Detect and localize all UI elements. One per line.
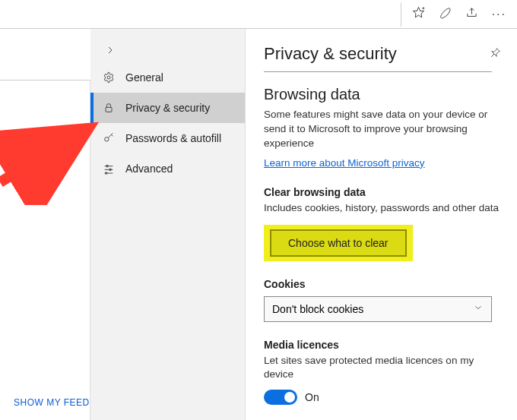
svg-rect-5 [106,107,112,112]
sidebar-item-passwords-autofill[interactable]: Passwords & autofill [90,123,245,153]
sliders-icon [103,163,115,175]
left-column: SHOW MY FEED [0,29,90,420]
content-shell: SHOW MY FEED General Privacy & security [0,29,517,420]
settings-main-panel: Privacy & security Browsing data Some fe… [246,29,517,420]
media-licences-toggle-state: On [305,391,319,403]
more-icon[interactable]: ··· [492,8,506,21]
pen-icon[interactable] [439,6,452,22]
settings-sidebar: General Privacy & security Passwords & a… [90,29,246,420]
lock-icon [103,102,115,114]
sidebar-item-label: Privacy & security [125,102,210,114]
cookies-select[interactable]: Don't block cookies [264,296,492,322]
sidebar-item-label: Passwords & autofill [125,132,221,144]
browsing-data-heading: Browsing data [264,86,502,103]
media-licences-description: Let sites save protected media licences … [264,354,500,383]
pin-icon[interactable] [490,46,502,62]
star-add-icon[interactable] [412,6,425,22]
sidebar-back[interactable] [90,38,245,62]
sidebar-item-general[interactable]: General [90,62,245,93]
panel-title: Privacy & security [264,44,397,64]
cookies-heading: Cookies [264,278,502,290]
sidebar-item-advanced[interactable]: Advanced [90,153,245,184]
media-licences-heading: Media licences [264,339,502,351]
title-bar: ··· [0,0,517,29]
search-area [0,29,90,81]
panel-divider [264,71,492,72]
left-column-body: SHOW MY FEED [0,81,90,420]
cookies-select-value: Don't block cookies [272,303,363,315]
svg-line-8 [111,134,113,136]
svg-point-6 [105,137,109,141]
svg-marker-0 [413,7,423,17]
gear-icon [103,71,115,84]
browsing-data-description: Some features might save data on your de… [264,108,500,151]
media-licences-toggle[interactable] [264,390,297,405]
choose-what-to-clear-button[interactable]: Choose what to clear [270,229,407,257]
chevron-right-icon [104,44,116,56]
clear-browsing-data-heading: Clear browsing data [264,186,502,198]
show-my-feed-link[interactable]: SHOW MY FEED [0,397,90,420]
title-bar-actions: ··· [401,6,517,22]
sidebar-item-label: Advanced [125,163,173,175]
choose-what-to-clear-highlight: Choose what to clear [264,225,413,261]
key-icon [103,132,115,144]
address-bar[interactable] [2,2,401,27]
clear-browsing-data-description: Includes cookies, history, passwords and… [264,201,500,216]
svg-point-4 [107,76,110,79]
share-icon[interactable] [465,6,478,22]
chevron-down-icon [473,302,484,315]
sidebar-item-privacy-security[interactable]: Privacy & security [90,93,245,123]
learn-more-link[interactable]: Learn more about Microsoft privacy [264,157,425,169]
sidebar-item-label: General [125,71,163,84]
